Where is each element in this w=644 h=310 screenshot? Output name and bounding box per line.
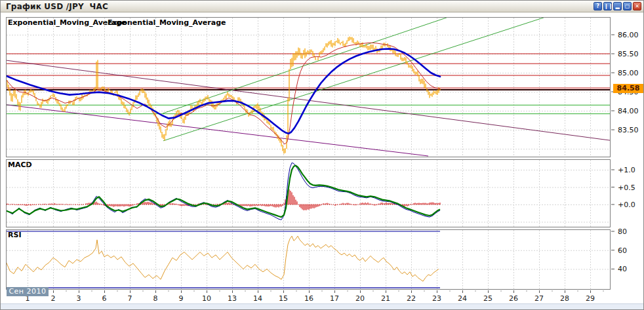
price-tick-label: 84.00 <box>618 107 639 115</box>
day-label: 29 <box>586 294 595 303</box>
day-label: 24 <box>458 294 467 303</box>
price-tick-label: 86.00 <box>618 31 639 39</box>
rsi-tick-label: 80 <box>618 227 627 236</box>
day-label: 26 <box>509 294 518 303</box>
rsi-label: RSI <box>8 231 22 239</box>
minimize-button[interactable]: ▂ <box>613 2 622 10</box>
macd-label: MACD <box>8 161 32 169</box>
month-badge: Сен 2010 <box>7 287 49 296</box>
maximize-button[interactable]: ▢ <box>623 2 632 10</box>
day-label: 14 <box>253 294 262 303</box>
macd-tick-label: +1.0 <box>618 166 635 174</box>
macd-pane[interactable] <box>6 159 611 227</box>
rsi-tick-label: 40 <box>618 265 627 273</box>
rsi-tick-label: 60 <box>618 246 627 255</box>
current-price-badge: 84.58 <box>613 84 643 93</box>
titlebar[interactable]: График USD /JPY ЧАС ?❙❙▂▢✕ <box>1 1 643 12</box>
day-label: 6 <box>102 294 107 303</box>
day-label: 9 <box>179 294 184 303</box>
day-label: 2 <box>51 294 56 303</box>
day-label: 21 <box>381 294 390 303</box>
bottom-strip <box>1 303 643 310</box>
day-label: 17 <box>330 294 339 303</box>
day-label: 28 <box>560 294 569 303</box>
ema-slow-label: Exponential_Moving_Average <box>108 18 226 27</box>
price-tick-label: 85.00 <box>618 69 639 77</box>
price-pane[interactable] <box>6 17 611 157</box>
chart-window: График USD /JPY ЧАС ?❙❙▂▢✕ Exponential_M… <box>0 0 644 310</box>
day-label: 10 <box>202 294 211 303</box>
help-button[interactable]: ? <box>594 2 602 10</box>
price-tick-label: 83.50 <box>618 126 639 134</box>
price-tick-label: 85.50 <box>618 50 639 58</box>
macd-tick-label: +0.0 <box>618 201 635 209</box>
rsi-pane[interactable] <box>6 229 611 290</box>
day-label: 7 <box>128 294 132 303</box>
day-label: 13 <box>228 294 237 303</box>
day-label: 3 <box>77 294 81 303</box>
pause-button[interactable]: ❙❙ <box>603 2 612 10</box>
macd-tick-label: +0.5 <box>618 184 635 192</box>
day-label: 20 <box>355 294 365 303</box>
day-label: 25 <box>483 294 493 303</box>
day-label: 15 <box>279 294 288 303</box>
day-label: 22 <box>407 294 416 303</box>
day-label: 23 <box>432 294 441 303</box>
close-button[interactable]: ✕ <box>633 2 641 10</box>
day-label: 8 <box>153 294 158 303</box>
day-label: 16 <box>304 294 313 303</box>
day-label: 27 <box>534 294 544 303</box>
window-title: График USD /JPY ЧАС <box>6 2 108 11</box>
